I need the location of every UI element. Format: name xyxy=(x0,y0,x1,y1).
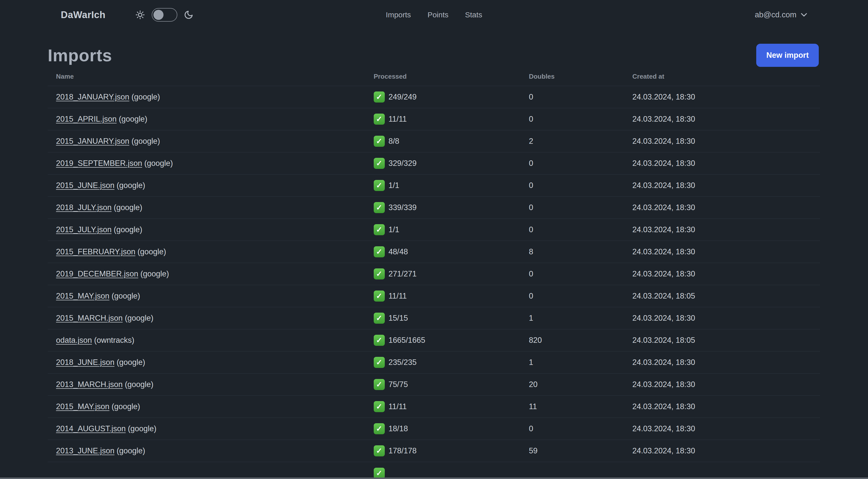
column-header-created-at: Created at xyxy=(632,67,820,86)
app-logo[interactable]: DaWarIch xyxy=(61,9,105,20)
created-at: 24.03.2024, 18:30 xyxy=(632,395,820,418)
created-at: 24.03.2024, 18:30 xyxy=(632,152,820,174)
theme-toggle[interactable] xyxy=(152,8,177,22)
success-check-icon: ✓ xyxy=(374,246,385,257)
created-at: 24.03.2024, 18:30 xyxy=(632,440,820,462)
created-at: 24.03.2024, 18:30 xyxy=(632,241,820,263)
import-file-link[interactable]: 2019_SEPTEMBER.json xyxy=(56,159,142,168)
import-file-link[interactable]: 2015_JULY.json xyxy=(56,225,112,234)
doubles-count: 11 xyxy=(529,395,632,418)
import-file-link[interactable]: 2019_DECEMBER.json xyxy=(56,269,138,278)
import-source-label: (google) xyxy=(123,380,153,389)
doubles-count: 0 xyxy=(529,285,632,307)
import-file-link[interactable]: 2013_MARCH.json xyxy=(56,380,123,389)
column-header-doubles: Doubles xyxy=(529,67,632,86)
doubles-count: 0 xyxy=(529,418,632,440)
import-source-label: (owntracks) xyxy=(92,336,134,345)
theme-toggle-knob xyxy=(153,10,163,20)
import-source-label: (google) xyxy=(110,292,140,300)
doubles-count: 8 xyxy=(529,241,632,263)
table-row: 2018_JANUARY.json (google) ✓ 249/249 0 2… xyxy=(48,86,820,108)
import-file-link[interactable]: 2018_JULY.json xyxy=(56,203,112,212)
processed-count: 75/75 xyxy=(389,380,408,389)
import-file-link[interactable]: 2014_AUGUST.json xyxy=(56,424,126,433)
import-file-link[interactable]: 2015_JANUARY.json xyxy=(56,137,129,146)
doubles-count: 0 xyxy=(529,86,632,108)
processed-count: 1/1 xyxy=(389,225,399,234)
table-row: 2014_AUGUST.json (google) ✓ 18/18 0 24.0… xyxy=(48,418,820,440)
nav-item-stats[interactable]: Stats xyxy=(465,10,482,19)
user-menu[interactable]: ab@cd.com xyxy=(755,10,807,19)
created-at: 24.03.2024, 18:30 xyxy=(632,86,820,108)
table-row: 2015_FEBRUARY.json (google) ✓ 48/48 8 24… xyxy=(48,241,820,263)
new-import-button[interactable]: New import xyxy=(756,44,819,67)
processed-count: 11/11 xyxy=(389,292,407,301)
doubles-count: 1 xyxy=(529,351,632,373)
theme-switcher xyxy=(135,8,193,22)
table-row: 2015_JULY.json (google) ✓ 1/1 0 24.03.20… xyxy=(48,219,820,241)
processed-count: 15/15 xyxy=(389,313,408,323)
table-row: odata.json (owntracks) ✓ 1665/1665 820 2… xyxy=(48,329,820,351)
doubles-count: 20 xyxy=(529,373,632,395)
import-file-link[interactable]: 2018_JUNE.json xyxy=(56,358,115,367)
table-row: 2018_JULY.json (google) ✓ 339/339 0 24.0… xyxy=(48,197,820,219)
import-source-label: (google) xyxy=(129,137,160,146)
doubles-count: 0 xyxy=(529,197,632,219)
import-source-label: (google) xyxy=(115,181,145,190)
table-row: 2015_JUNE.json (google) ✓ 1/1 0 24.03.20… xyxy=(48,174,820,197)
import-source-label: (google) xyxy=(112,203,142,212)
processed-count: 11/11 xyxy=(389,115,407,124)
success-check-icon: ✓ xyxy=(374,180,385,191)
import-file-link[interactable]: 2015_MARCH.json xyxy=(56,313,123,323)
processed-count: 235/235 xyxy=(389,358,417,367)
processed-count: 1/1 xyxy=(389,181,399,190)
import-file-link[interactable]: 2015_MAY.json xyxy=(56,292,110,300)
processed-count: 178/178 xyxy=(389,446,417,455)
doubles-count: 59 xyxy=(529,440,632,462)
sun-icon xyxy=(135,10,145,20)
import-file-link[interactable]: odata.json xyxy=(56,336,92,345)
import-file-link[interactable]: 2013_JUNE.json xyxy=(56,446,115,455)
created-at: 24.03.2024, 18:30 xyxy=(632,351,820,373)
created-at: 24.03.2024, 18:30 xyxy=(632,108,820,130)
import-file-link[interactable]: 2015_MAY.json xyxy=(56,402,110,411)
import-file-link[interactable]: 2015_FEBRUARY.json xyxy=(56,247,135,256)
table-row: 2015_MAY.json (google) ✓ 11/11 11 24.03.… xyxy=(48,395,820,418)
success-check-icon: ✓ xyxy=(374,423,385,434)
doubles-count: 0 xyxy=(529,263,632,285)
import-source-label: (google) xyxy=(135,247,166,256)
table-header-row: Name Processed Doubles Created at xyxy=(48,67,820,86)
created-at: 24.03.2024, 18:30 xyxy=(632,263,820,285)
import-file-link[interactable]: 2015_APRIL.json xyxy=(56,115,117,123)
processed-count: 48/48 xyxy=(389,247,408,256)
created-at: 24.03.2024, 18:30 xyxy=(632,307,820,329)
processed-count: 271/271 xyxy=(389,269,417,278)
doubles-count: 0 xyxy=(529,219,632,241)
success-check-icon: ✓ xyxy=(374,291,385,302)
created-at xyxy=(632,462,820,479)
nav-item-imports[interactable]: Imports xyxy=(386,10,411,19)
column-header-name: Name xyxy=(48,67,374,86)
processed-count: 11/11 xyxy=(389,402,407,411)
import-file-link[interactable]: 2018_JANUARY.json xyxy=(56,92,129,101)
table-row: 2013_MARCH.json (google) ✓ 75/75 20 24.0… xyxy=(48,373,820,395)
success-check-icon: ✓ xyxy=(374,224,385,235)
created-at: 24.03.2024, 18:30 xyxy=(632,197,820,219)
navbar: DaWarIch Imports Points Stats ab@cd.com xyxy=(0,0,868,30)
doubles-count: 0 xyxy=(529,108,632,130)
success-check-icon: ✓ xyxy=(374,114,385,125)
success-check-icon: ✓ xyxy=(374,445,385,456)
doubles-count: 0 xyxy=(529,152,632,174)
doubles-count: 1 xyxy=(529,307,632,329)
horizontal-scrollbar[interactable] xyxy=(0,478,868,479)
import-file-link[interactable]: 2015_JUNE.json xyxy=(56,181,115,190)
success-check-icon: ✓ xyxy=(374,136,385,147)
nav-item-points[interactable]: Points xyxy=(428,10,448,19)
created-at: 24.03.2024, 18:30 xyxy=(632,174,820,197)
created-at: 24.03.2024, 18:30 xyxy=(632,373,820,395)
moon-icon xyxy=(184,10,193,20)
import-source-label: (google) xyxy=(138,269,169,278)
created-at: 24.03.2024, 18:05 xyxy=(632,329,820,351)
processed-count: 18/18 xyxy=(389,424,408,433)
processed-count: 329/329 xyxy=(389,159,417,168)
